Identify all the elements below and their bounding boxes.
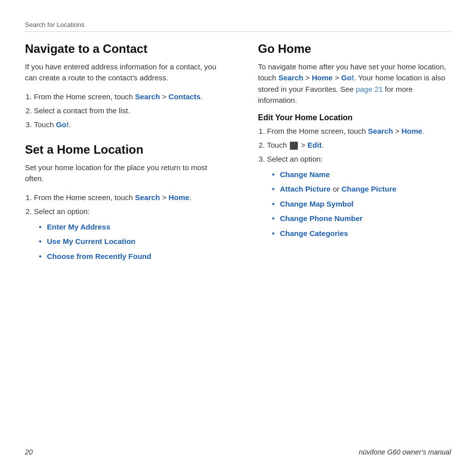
menu-icon	[290, 142, 298, 150]
navigate-go-link[interactable]: Go!	[56, 120, 69, 129]
edit-option-2-or: or	[333, 185, 342, 193]
navigate-step2-text: Select a contact from the list.	[34, 106, 130, 115]
home-step1-text1: From the Home screen, touch	[34, 193, 135, 202]
edit-attach-picture: Attach Picture	[280, 185, 331, 193]
navigate-step1-sep: >	[160, 92, 169, 101]
navigate-contacts-link[interactable]: Contacts	[169, 92, 201, 101]
home-option-1: Enter My Address	[39, 221, 218, 234]
navigate-step-2: Select a contact from the list.	[34, 105, 218, 117]
home-search-link[interactable]: Search	[135, 193, 160, 202]
home-option-3: Choose from Recently Found	[39, 250, 218, 263]
edit-subtitle: Edit Your Home Location	[258, 113, 451, 122]
edit-option-2: Attach Picture or Change Picture	[272, 183, 451, 196]
navigate-step3-end: .	[69, 120, 71, 129]
edit-options-list: Change Name Attach Picture or Change Pic…	[272, 168, 451, 240]
navigate-search-link[interactable]: Search	[135, 92, 160, 101]
home-step-1: From the Home screen, touch Search > Hom…	[34, 192, 218, 204]
edit-step2-sep: >	[299, 141, 307, 149]
gohome-home-link[interactable]: Home	[312, 73, 333, 82]
home-step2-text: Select an option:	[34, 207, 90, 216]
home-step-2: Select an option: Enter My Address Use M…	[34, 206, 218, 263]
home-title: Set a Home Location	[25, 143, 218, 157]
edit-option-4: Change Phone Number	[272, 212, 451, 225]
edit-search-link[interactable]: Search	[368, 127, 393, 135]
edit-step3-text: Select an option:	[267, 155, 323, 163]
navigate-step1-text1: From the Home screen, touch	[34, 92, 135, 101]
edit-step-3: Select an option: Change Name Attach Pic…	[267, 153, 451, 240]
edit-option-1: Change Name	[272, 168, 451, 181]
gohome-title: Go Home	[258, 42, 451, 56]
edit-step1-text1: From the Home screen, touch	[267, 127, 368, 135]
right-column: Go Home To navigate home after you have …	[248, 42, 451, 440]
edit-steps: From the Home screen, touch Search > Hom…	[267, 125, 451, 240]
gohome-body: To navigate home after you have set your…	[258, 61, 451, 106]
page-container: Search for Locations Navigate to a Conta…	[0, 0, 476, 476]
navigate-step1-end: .	[201, 92, 203, 101]
edit-option-3: Change Map Symbol	[272, 198, 451, 211]
content-area: Navigate to a Contact If you have entere…	[25, 42, 451, 440]
navigate-steps: From the Home screen, touch Search > Con…	[34, 91, 218, 131]
edit-edit-link[interactable]: Edit	[307, 141, 321, 149]
gohome-sep1: >	[303, 73, 312, 82]
edit-step2-end: .	[322, 141, 324, 149]
edit-option-5: Change Categories	[272, 227, 451, 240]
gohome-page-link[interactable]: page 21	[356, 85, 383, 93]
edit-step2-text1: Touch	[267, 141, 289, 149]
breadcrumb: Search for Locations	[25, 20, 451, 32]
home-body: Set your home location for the place you…	[25, 162, 218, 185]
navigate-body: If you have entered address information …	[25, 61, 218, 84]
edit-step-2: Touch > Edit.	[267, 139, 451, 151]
breadcrumb-text: Search for Locations	[25, 21, 84, 28]
edit-step-1: From the Home screen, touch Search > Hom…	[267, 125, 451, 137]
gohome-go-link[interactable]: Go!	[341, 73, 354, 82]
left-column: Navigate to a Contact If you have entere…	[25, 42, 228, 440]
home-option-2: Use My Current Location	[39, 235, 218, 248]
edit-step1-sep: >	[393, 127, 402, 135]
navigate-step-3: Touch Go!.	[34, 119, 218, 131]
footer-manual-title: nüvifone G60 owner's manual	[359, 448, 451, 456]
navigate-step3-text1: Touch	[34, 120, 56, 129]
edit-change-picture: Change Picture	[341, 185, 396, 193]
home-step1-end: .	[189, 193, 191, 202]
gohome-search-link[interactable]: Search	[278, 73, 303, 82]
footer-page-number: 20	[25, 448, 33, 456]
footer: 20 nüvifone G60 owner's manual	[25, 440, 451, 456]
edit-home-link[interactable]: Home	[402, 127, 423, 135]
home-home-link[interactable]: Home	[169, 193, 190, 202]
home-step1-sep: >	[160, 193, 169, 202]
home-steps: From the Home screen, touch Search > Hom…	[34, 192, 218, 263]
navigate-title: Navigate to a Contact	[25, 42, 218, 56]
home-options-list: Enter My Address Use My Current Location…	[39, 221, 218, 263]
gohome-sep2: >	[333, 73, 341, 82]
navigate-step-1: From the Home screen, touch Search > Con…	[34, 91, 218, 103]
edit-step1-end: .	[422, 127, 424, 135]
